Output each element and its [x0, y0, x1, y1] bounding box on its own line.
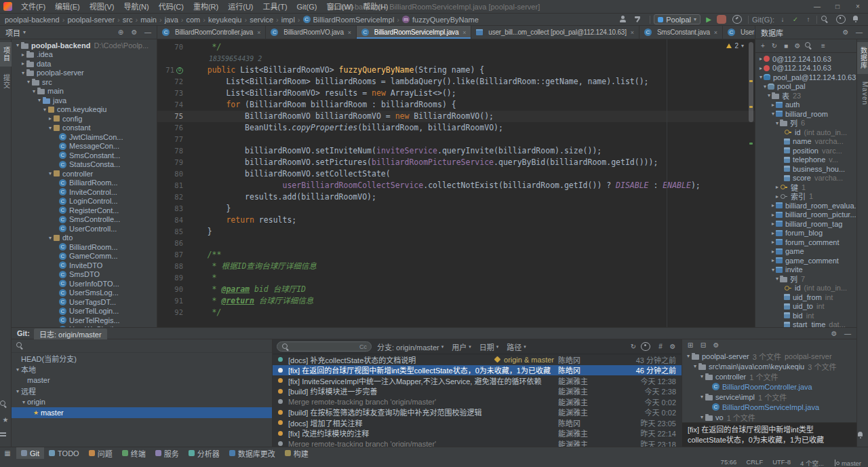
close-tab-icon[interactable]: × [462, 29, 466, 36]
code-line[interactable]: 73 List<BilliardRoomVO> results = new Ar… [157, 88, 755, 99]
project-tree-row[interactable]: ▾constant [12, 124, 157, 133]
status-widget[interactable]: 4 个空... [800, 458, 824, 467]
hide-icon[interactable]: — [854, 28, 864, 37]
toolwindow-button[interactable]: Git [16, 447, 44, 459]
chevron-right-icon[interactable]: ▸ [770, 202, 776, 208]
code-line[interactable]: 85 } [157, 226, 755, 238]
project-tree-row[interactable]: ▾src [12, 77, 157, 87]
chevron-down-icon[interactable]: ▾ [20, 70, 26, 76]
changed-file-row[interactable]: CBilliardRoomController.java [682, 381, 856, 392]
gear-icon[interactable]: ⚙ [668, 342, 677, 351]
chevron-down-icon[interactable]: ▾ [14, 367, 21, 373]
chevron-down-icon[interactable]: ▾ [698, 414, 705, 420]
git-branch-widget[interactable]: master [833, 460, 861, 467]
toolwindow-button[interactable]: 构建 [280, 447, 313, 459]
project-tree-row[interactable]: ▾controller [12, 169, 157, 179]
project-tree-row[interactable]: ▾com.keyukeqiu [12, 105, 157, 115]
menu-item[interactable]: 窗口(W) [322, 0, 359, 14]
menu-item[interactable]: 导航(N) [119, 0, 153, 14]
code-line[interactable]: 76 BeanUtils.copyProperties(billiardRoom… [157, 122, 755, 134]
code-inlay-line[interactable]: 18359654439 2 [157, 53, 755, 64]
warning-stripe-mark[interactable] [749, 80, 753, 82]
chevron-down-icon[interactable]: ▾ [774, 120, 780, 126]
scrollbar-thumb[interactable] [749, 42, 753, 122]
project-tree-row[interactable]: ▸config [12, 114, 157, 124]
project-tree-row[interactable]: ▾dto [12, 234, 157, 243]
toolwindow-button[interactable]: 分析器 [184, 447, 224, 459]
db-tree-row[interactable]: ▸0@112.124.10.63 [755, 64, 856, 73]
code-line[interactable]: 74 for (BilliardRoom billiardRoom : bill… [157, 99, 755, 111]
menu-item[interactable]: 运行(U) [223, 0, 258, 14]
log-filter[interactable]: 用户▾ [452, 341, 471, 352]
star-icon[interactable]: ★ [1, 415, 10, 424]
project-tree-row[interactable]: CUserSmsLog... [12, 288, 157, 298]
search-icon[interactable] [0, 400, 9, 409]
project-tree-row[interactable]: CSmsDTO [12, 270, 157, 280]
editor-tab[interactable]: CBilliardRoomController.java× [157, 26, 266, 39]
close-tab-icon[interactable]: × [257, 29, 260, 36]
db-tree-row[interactable]: telephonev... [755, 155, 856, 165]
project-tree-row[interactable]: CUserInfoDTO... [12, 279, 157, 288]
hammer-icon[interactable] [634, 15, 644, 24]
project-tree-row[interactable]: CUserTelRegis... [12, 316, 157, 325]
profiler-icon[interactable] [732, 15, 742, 24]
code-line[interactable]: 78 billiardRoomVO.setInviteNum(inviteSer… [157, 145, 755, 157]
status-widget[interactable]: CRLF [746, 458, 763, 467]
chevron-down-icon[interactable]: ▾ [770, 111, 776, 117]
commit-row[interactable]: [fix] 在返回的台球厅视图中新增int类型collectState状态，0为… [273, 365, 682, 376]
close-tab-icon[interactable]: × [714, 29, 717, 36]
db-tree-row[interactable]: ▸forum_comment [755, 238, 856, 247]
db-tree-row[interactable]: uid_fromint [755, 293, 856, 302]
close-tab-icon[interactable]: × [631, 29, 634, 36]
chevron-right-icon[interactable]: ▸ [758, 65, 764, 71]
project-tree-row[interactable]: ▾main [12, 87, 157, 96]
db-tree-row[interactable]: ▸0@112.124.10.63 [755, 54, 856, 64]
code-line[interactable]: 89 * [157, 272, 755, 284]
db-tree-row[interactable]: ▸game [755, 247, 856, 257]
chevron-down-icon[interactable]: ▾ [20, 399, 27, 405]
project-tree-row[interactable]: CUserControll... [12, 224, 157, 234]
chevron-down-icon[interactable]: ▾ [36, 97, 43, 103]
project-tree-row[interactable]: CSmsConstant... [12, 151, 157, 160]
minimize-icon[interactable]: — [807, 0, 827, 14]
chevron-right-icon[interactable]: ▸ [20, 60, 26, 67]
maximize-icon[interactable]: □ [827, 0, 848, 14]
locate-icon[interactable]: ⊕ [116, 28, 125, 37]
menu-item[interactable]: 文件(F) [16, 0, 50, 14]
up-icon[interactable]: ↑ [804, 15, 813, 24]
changed-file-row[interactable]: CBilliardRoomServiceImpl.java [682, 402, 856, 412]
stripe-button[interactable]: 提交 [0, 69, 12, 94]
log-filter[interactable]: 路径▾ [507, 341, 526, 352]
stripe-button[interactable]: 项目 [0, 42, 12, 67]
chevron-down-icon[interactable]: ▾ [14, 388, 21, 394]
db-tree-row[interactable]: ▸键1 [755, 183, 856, 192]
project-tree-row[interactable]: ▾poolpal-server [12, 69, 157, 78]
toolwindow-button[interactable]: 服务 [151, 447, 184, 459]
search-icon[interactable] [804, 41, 814, 50]
project-tree-row[interactable]: ▾poolpal-backendD:\Code\Poolp... [12, 41, 157, 50]
gear-icon[interactable]: ⚙ [793, 41, 802, 50]
db-tree-row[interactable]: scorevarcha... [755, 174, 856, 183]
git-log-tab[interactable]: 日志: origin/master [34, 329, 107, 339]
commit-search-input[interactable]: Cc [277, 341, 372, 352]
db-tree-row[interactable]: id(int auto_in... [755, 128, 856, 137]
chevron-right-icon[interactable]: ▸ [770, 248, 776, 255]
refresh-icon[interactable]: ↻ [770, 41, 779, 50]
project-tree-row[interactable]: CInviteControl... [12, 187, 157, 197]
code-line[interactable]: 70 */ [157, 41, 755, 53]
bug-icon[interactable] [717, 15, 726, 24]
breadcrumb-item[interactable]: java [164, 16, 179, 24]
code-line[interactable]: 75 BilliardRoomVO billiardRoomVO = new B… [157, 111, 755, 122]
stripe-button[interactable]: Maven [857, 77, 868, 110]
chevron-right-icon[interactable]: ▸ [47, 115, 54, 122]
check-icon[interactable]: ✓ [791, 15, 800, 24]
project-tree-row[interactable]: CGameComm... [12, 252, 157, 261]
toolwindow-button[interactable]: 问题 [84, 447, 117, 459]
db-tree-row[interactable]: ▸billiard_room_evalua... [755, 201, 856, 210]
chevron-down-icon[interactable]: ▾ [41, 107, 48, 113]
db-tree-row[interactable]: ▸game_comment [755, 256, 856, 265]
breadcrumb-item[interactable]: keyukeqiu [208, 16, 243, 24]
project-tree-row[interactable]: ▸.idea [12, 50, 157, 60]
changed-file-row[interactable]: ▾poolpal-server3 个文件poolpal-server [682, 351, 856, 361]
close-icon[interactable]: × [848, 0, 868, 14]
